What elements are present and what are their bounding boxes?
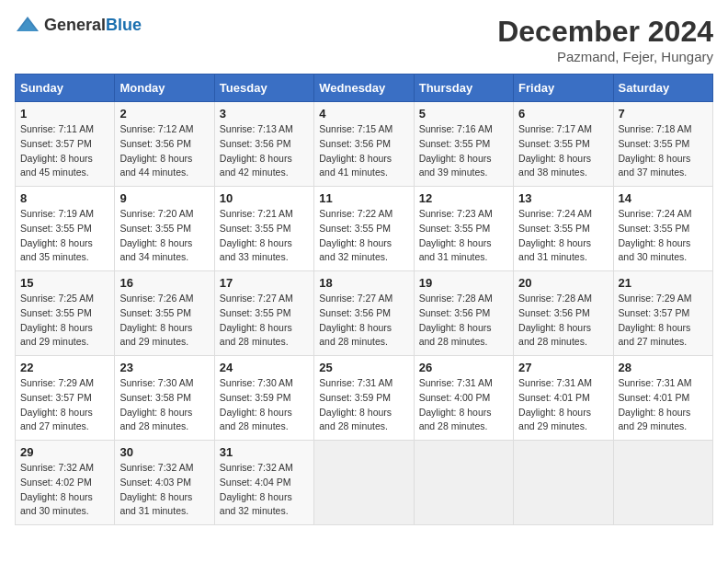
day-number: 16 [119,276,209,290]
col-header-saturday: Saturday [613,75,712,102]
day-number: 13 [518,191,608,205]
calendar-cell: 25 Sunrise: 7:31 AMSunset: 3:59 PMDaylig… [314,356,414,441]
day-info: Sunrise: 7:31 AMSunset: 4:00 PMDaylight:… [419,377,493,431]
col-header-wednesday: Wednesday [314,75,414,102]
day-info: Sunrise: 7:27 AMSunset: 3:55 PMDaylight:… [220,293,293,347]
day-info: Sunrise: 7:25 AMSunset: 3:55 PMDaylight:… [20,293,94,347]
calendar-cell [613,441,712,525]
day-number: 6 [518,107,608,121]
day-info: Sunrise: 7:20 AMSunset: 3:55 PMDaylight:… [119,208,193,262]
day-number: 2 [119,107,209,121]
day-number: 22 [20,361,109,374]
day-number: 4 [319,107,408,121]
day-number: 10 [220,191,309,205]
day-info: Sunrise: 7:16 AMSunset: 3:55 PMDaylight:… [419,123,493,178]
calendar-cell: 22 Sunrise: 7:29 AMSunset: 3:57 PMDaylig… [16,356,115,441]
day-info: Sunrise: 7:28 AMSunset: 3:56 PMDaylight:… [419,293,493,347]
logo-general: General [44,16,106,34]
day-number: 17 [220,276,309,290]
day-info: Sunrise: 7:22 AMSunset: 3:55 PMDaylight:… [319,208,392,262]
calendar-cell [414,441,513,525]
day-number: 8 [20,191,109,205]
calendar-cell: 2 Sunrise: 7:12 AMSunset: 3:56 PMDayligh… [115,102,214,187]
calendar-cell [514,441,613,525]
day-info: Sunrise: 7:31 AMSunset: 3:59 PMDaylight:… [319,377,392,431]
calendar-cell: 3 Sunrise: 7:13 AMSunset: 3:56 PMDayligh… [214,102,313,187]
calendar-cell: 27 Sunrise: 7:31 AMSunset: 4:01 PMDaylig… [514,356,613,441]
day-number: 3 [220,107,309,121]
day-number: 18 [319,276,408,290]
calendar-week-4: 22 Sunrise: 7:29 AMSunset: 3:57 PMDaylig… [16,356,713,441]
day-number: 15 [20,276,109,290]
header: GeneralBlue December 2024 Pazmand, Fejer… [15,15,713,64]
day-info: Sunrise: 7:30 AMSunset: 3:58 PMDaylight:… [119,377,193,431]
calendar-cell: 31 Sunrise: 7:32 AMSunset: 4:04 PMDaylig… [214,441,313,525]
logo-text: GeneralBlue [44,16,142,35]
day-number: 25 [319,361,408,374]
calendar-cell: 23 Sunrise: 7:30 AMSunset: 3:58 PMDaylig… [115,356,214,441]
day-info: Sunrise: 7:24 AMSunset: 3:55 PMDaylight:… [518,208,592,262]
day-info: Sunrise: 7:11 AMSunset: 3:57 PMDaylight:… [20,123,94,178]
day-info: Sunrise: 7:29 AMSunset: 3:57 PMDaylight:… [20,377,94,431]
calendar-cell: 8 Sunrise: 7:19 AMSunset: 3:55 PMDayligh… [16,187,115,271]
day-info: Sunrise: 7:32 AMSunset: 4:04 PMDaylight:… [220,462,293,516]
calendar-table: SundayMondayTuesdayWednesdayThursdayFrid… [15,74,713,525]
calendar-cell: 24 Sunrise: 7:30 AMSunset: 3:59 PMDaylig… [214,356,313,441]
day-info: Sunrise: 7:12 AMSunset: 3:56 PMDaylight:… [119,123,193,178]
day-info: Sunrise: 7:32 AMSunset: 4:02 PMDaylight:… [20,462,94,516]
calendar-header: SundayMondayTuesdayWednesdayThursdayFrid… [16,75,713,102]
calendar-week-3: 15 Sunrise: 7:25 AMSunset: 3:55 PMDaylig… [16,271,713,356]
calendar-cell: 13 Sunrise: 7:24 AMSunset: 3:55 PMDaylig… [514,187,613,271]
calendar-cell: 15 Sunrise: 7:25 AMSunset: 3:55 PMDaylig… [16,271,115,356]
day-info: Sunrise: 7:29 AMSunset: 3:57 PMDaylight:… [619,293,692,347]
day-number: 29 [20,445,109,459]
calendar-cell: 30 Sunrise: 7:32 AMSunset: 4:03 PMDaylig… [115,441,214,525]
day-info: Sunrise: 7:30 AMSunset: 3:59 PMDaylight:… [220,377,293,431]
day-number: 27 [518,361,608,374]
calendar-cell [314,441,414,525]
day-info: Sunrise: 7:19 AMSunset: 3:55 PMDaylight:… [20,208,94,262]
logo-icon [15,15,40,35]
day-number: 1 [20,107,109,121]
calendar-cell: 20 Sunrise: 7:28 AMSunset: 3:56 PMDaylig… [514,271,613,356]
day-number: 26 [419,361,508,374]
calendar-week-1: 1 Sunrise: 7:11 AMSunset: 3:57 PMDayligh… [16,102,713,187]
day-number: 30 [119,445,209,459]
day-number: 7 [619,107,708,121]
col-header-tuesday: Tuesday [214,75,313,102]
day-number: 11 [319,191,408,205]
calendar-cell: 11 Sunrise: 7:22 AMSunset: 3:55 PMDaylig… [314,187,414,271]
col-header-sunday: Sunday [16,75,115,102]
calendar-cell: 16 Sunrise: 7:26 AMSunset: 3:55 PMDaylig… [115,271,214,356]
day-number: 31 [220,445,309,459]
calendar-cell: 26 Sunrise: 7:31 AMSunset: 4:00 PMDaylig… [414,356,513,441]
calendar-cell: 9 Sunrise: 7:20 AMSunset: 3:55 PMDayligh… [115,187,214,271]
calendar-cell: 7 Sunrise: 7:18 AMSunset: 3:55 PMDayligh… [613,102,712,187]
day-info: Sunrise: 7:27 AMSunset: 3:56 PMDaylight:… [319,293,392,347]
day-number: 21 [619,276,708,290]
logo: GeneralBlue [15,15,142,35]
day-number: 23 [119,361,209,374]
calendar-cell: 29 Sunrise: 7:32 AMSunset: 4:02 PMDaylig… [16,441,115,525]
calendar-cell: 17 Sunrise: 7:27 AMSunset: 3:55 PMDaylig… [214,271,313,356]
month-title: December 2024 [497,15,713,49]
calendar-cell: 6 Sunrise: 7:17 AMSunset: 3:55 PMDayligh… [514,102,613,187]
calendar-week-2: 8 Sunrise: 7:19 AMSunset: 3:55 PMDayligh… [16,187,713,271]
calendar-cell: 4 Sunrise: 7:15 AMSunset: 3:56 PMDayligh… [314,102,414,187]
calendar-cell: 5 Sunrise: 7:16 AMSunset: 3:55 PMDayligh… [414,102,513,187]
day-number: 5 [419,107,508,121]
day-number: 24 [220,361,309,374]
day-info: Sunrise: 7:15 AMSunset: 3:56 PMDaylight:… [319,123,392,178]
day-number: 19 [419,276,508,290]
calendar-cell: 18 Sunrise: 7:27 AMSunset: 3:56 PMDaylig… [314,271,414,356]
calendar-cell: 14 Sunrise: 7:24 AMSunset: 3:55 PMDaylig… [613,187,712,271]
day-info: Sunrise: 7:31 AMSunset: 4:01 PMDaylight:… [518,377,592,431]
day-number: 28 [619,361,708,374]
day-info: Sunrise: 7:28 AMSunset: 3:56 PMDaylight:… [518,293,592,347]
calendar-cell: 12 Sunrise: 7:23 AMSunset: 3:55 PMDaylig… [414,187,513,271]
day-info: Sunrise: 7:31 AMSunset: 4:01 PMDaylight:… [619,377,692,431]
day-number: 12 [419,191,508,205]
calendar-cell: 19 Sunrise: 7:28 AMSunset: 3:56 PMDaylig… [414,271,513,356]
day-number: 9 [119,191,209,205]
day-info: Sunrise: 7:32 AMSunset: 4:03 PMDaylight:… [119,462,193,516]
